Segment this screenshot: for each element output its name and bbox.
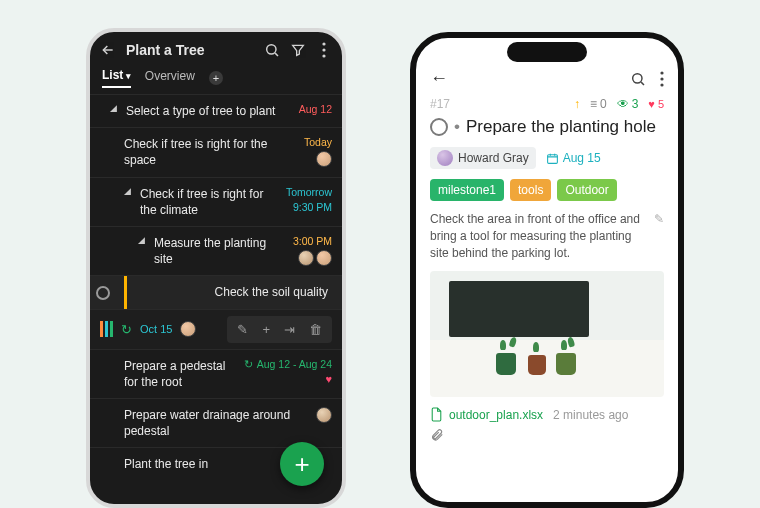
tag-chip[interactable]: milestone1 xyxy=(430,179,504,201)
tab-list[interactable]: List xyxy=(102,68,131,88)
task-title: Measure the planting site xyxy=(154,235,285,267)
search-icon[interactable] xyxy=(264,42,280,58)
svg-point-4 xyxy=(633,73,642,82)
priority-bar xyxy=(124,276,127,308)
assignee-avatar[interactable] xyxy=(316,151,332,167)
favorite-icon[interactable]: ♥ xyxy=(325,373,332,385)
attachment-time: 2 minutes ago xyxy=(553,408,628,422)
svg-point-0 xyxy=(267,45,276,54)
quick-action-toolbar: ↻ Oct 15 ✎ + ⇥ 🗑 xyxy=(90,309,342,349)
more-icon[interactable] xyxy=(660,71,664,87)
notch xyxy=(507,42,587,62)
svg-point-6 xyxy=(660,77,663,80)
likes-count[interactable]: ♥ 5 xyxy=(648,98,664,110)
file-icon xyxy=(430,407,443,422)
task-row[interactable]: Prepare water drainage around pedestal xyxy=(90,398,342,447)
attachment-file-row[interactable]: outdoor_plan.xlsx 2 minutes ago xyxy=(430,407,664,422)
task-row[interactable]: ◢ Check if tree is right for the climate… xyxy=(90,177,342,226)
view-tabs: List Overview + xyxy=(90,64,342,94)
edit-icon[interactable]: ✎ xyxy=(654,211,664,228)
back-icon[interactable] xyxy=(100,42,116,58)
task-title: Prepare water drainage around pedestal xyxy=(124,407,308,439)
move-up-icon[interactable]: ↑ xyxy=(574,97,580,111)
tag-chip[interactable]: Outdoor xyxy=(557,179,616,201)
more-icon[interactable] xyxy=(316,42,332,58)
assignee-avatar[interactable] xyxy=(316,250,332,266)
filter-icon[interactable] xyxy=(290,42,306,58)
assignee-date-row: Howard Gray Aug 15 xyxy=(430,147,664,169)
attachment-image[interactable] xyxy=(430,271,664,397)
assignee-avatar xyxy=(437,150,453,166)
task-row[interactable]: Prepare a pedestal for the root ↻Aug 12 … xyxy=(90,349,342,398)
back-icon[interactable]: ← xyxy=(430,68,448,89)
assignee-avatar[interactable] xyxy=(298,250,314,266)
search-icon[interactable] xyxy=(630,71,646,87)
recurring-icon[interactable]: ↻ xyxy=(121,322,132,337)
subtask-count[interactable]: ≡ 0 xyxy=(590,97,607,111)
indent-icon[interactable]: ⇥ xyxy=(284,322,295,337)
task-title-text[interactable]: Prepare the planting hole xyxy=(466,117,656,137)
add-view-icon[interactable]: + xyxy=(209,71,223,85)
task-date: Today xyxy=(304,136,332,148)
toolbar-date[interactable]: Oct 15 xyxy=(140,323,172,335)
svg-point-2 xyxy=(322,48,325,51)
complete-checkbox[interactable] xyxy=(96,286,110,300)
bullet-icon: • xyxy=(454,117,460,137)
assignee-avatar[interactable] xyxy=(180,321,196,337)
task-date: Aug 12 xyxy=(299,103,332,115)
tab-overview[interactable]: Overview xyxy=(145,69,195,87)
tag-chip[interactable]: tools xyxy=(510,179,551,201)
svg-point-1 xyxy=(322,42,325,45)
task-meta-row: #17 ↑ ≡ 0 👁 3 ♥ 5 xyxy=(430,97,664,111)
add-subtask-icon[interactable]: + xyxy=(262,322,270,337)
task-title: Select a type of tree to plant xyxy=(126,103,291,119)
svg-point-3 xyxy=(322,54,325,57)
collapse-caret-icon[interactable]: ◢ xyxy=(138,235,146,245)
task-id: #17 xyxy=(430,97,564,111)
task-title: Check if tree is right for the climate xyxy=(140,186,278,218)
task-time: 9:30 PM xyxy=(293,201,332,213)
assignee-chip[interactable]: Howard Gray xyxy=(430,147,536,169)
task-date: Aug 12 - Aug 24 xyxy=(257,358,332,370)
attachment-filename: outdoor_plan.xlsx xyxy=(449,408,543,422)
detail-header: ← xyxy=(430,68,664,89)
app-header: Plant a Tree xyxy=(90,32,342,64)
assignee-avatar[interactable] xyxy=(316,407,332,423)
task-row[interactable]: ◢ Select a type of tree to plant Aug 12 xyxy=(90,94,342,127)
project-title: Plant a Tree xyxy=(126,42,254,58)
edit-icon[interactable]: ✎ xyxy=(237,322,248,337)
task-row[interactable]: Check if tree is right for the space Tod… xyxy=(90,127,342,176)
ios-phone-frame: ← #17 ↑ ≡ 0 👁 3 ♥ 5 • Prepare the planti… xyxy=(410,32,684,508)
svg-point-5 xyxy=(660,71,663,74)
task-row[interactable]: ◢ Measure the planting site 3:00 PM xyxy=(90,226,342,275)
complete-checkbox[interactable] xyxy=(430,118,448,136)
task-title: Check the soil quality xyxy=(135,284,332,300)
collapse-caret-icon[interactable]: ◢ xyxy=(124,186,132,196)
task-time: 3:00 PM xyxy=(293,235,332,247)
due-date[interactable]: Aug 15 xyxy=(546,151,601,165)
fab-add-button[interactable]: + xyxy=(280,442,324,486)
assignee-name: Howard Gray xyxy=(458,151,529,165)
task-title: Prepare a pedestal for the root xyxy=(124,358,236,390)
android-phone-frame: Plant a Tree List Overview + ◢ Select a … xyxy=(86,28,346,508)
task-date: Tomorrow xyxy=(286,186,332,198)
task-title: Check if tree is right for the space xyxy=(124,136,296,168)
recurring-icon: ↻ xyxy=(244,358,253,370)
task-row-selected[interactable]: Check the soil quality xyxy=(90,275,342,308)
svg-rect-8 xyxy=(547,154,557,163)
attach-icon[interactable] xyxy=(430,428,664,442)
task-title-row: • Prepare the planting hole xyxy=(430,117,664,137)
delete-icon[interactable]: 🗑 xyxy=(309,322,322,337)
tags-row: milestone1 tools Outdoor xyxy=(430,179,664,201)
collapse-caret-icon[interactable]: ◢ xyxy=(110,103,118,113)
task-description[interactable]: Check the area in front of the office an… xyxy=(430,211,664,261)
svg-point-7 xyxy=(660,83,663,86)
watchers-count[interactable]: 👁 3 xyxy=(617,97,639,111)
priority-stripes-icon[interactable] xyxy=(100,321,113,337)
